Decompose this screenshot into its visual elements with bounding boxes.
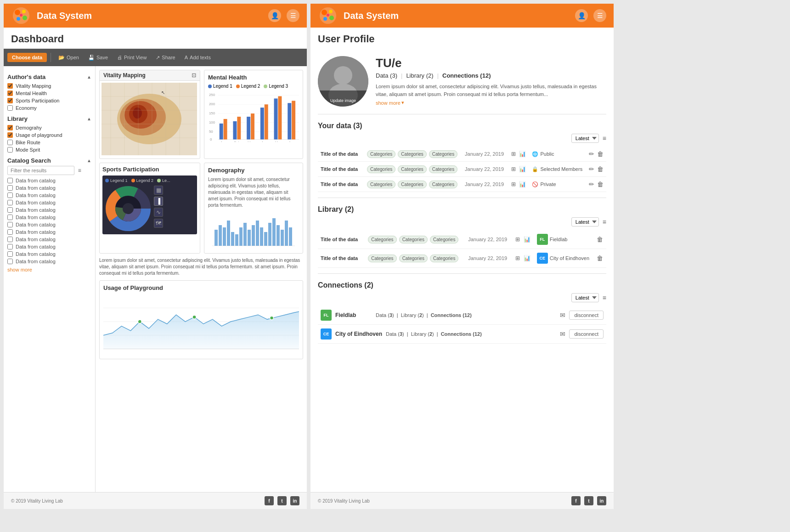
table-icon-1[interactable]: ⊞ (510, 150, 517, 158)
lib-tag-1-3[interactable]: Categories (430, 236, 458, 243)
table-icon-2[interactable]: ⊞ (510, 165, 517, 173)
lib-tag-2-3[interactable]: Categories (430, 255, 458, 262)
edit-icon-1[interactable]: ✏ (589, 150, 594, 158)
sidebar-item-usage-playground[interactable]: Usage of playground (7, 131, 91, 139)
user-icon[interactable]: 👤 (268, 9, 281, 22)
catalog-item-1[interactable]: Data from catalog (7, 177, 91, 184)
choose-data-button[interactable]: Choose data (7, 53, 47, 62)
catalog-item-11[interactable]: Data from catalog (7, 250, 91, 258)
sidebar-item-mental-health[interactable]: Mental Health (7, 90, 91, 97)
usage-playground-checkbox[interactable] (7, 132, 13, 138)
lib-chart-icon-2[interactable]: 📊 (523, 255, 530, 262)
right-menu-icon[interactable]: ☰ (593, 9, 606, 22)
show-more-profile[interactable]: show more ▾ (376, 100, 606, 106)
tag-3-1[interactable]: Categories (367, 181, 395, 188)
catalog-item-2[interactable]: Data from catalog (7, 184, 91, 192)
library-arrow[interactable]: ▲ (87, 116, 91, 121)
catalog-item-6[interactable]: Data from catalog (7, 214, 91, 221)
tag-3-3[interactable]: Categories (429, 181, 457, 188)
sidebar-item-bike-route[interactable]: Bike Route (7, 139, 91, 146)
lib-tag-1-2[interactable]: Categories (399, 236, 428, 243)
disconnect-fl-button[interactable]: disconnect (569, 311, 604, 320)
demograhy-checkbox[interactable] (7, 125, 13, 130)
right-twitter-icon[interactable]: t (584, 496, 593, 505)
line-chart-icon[interactable]: ∿ (154, 208, 163, 217)
library-grid-icon[interactable]: ≡ (603, 218, 606, 226)
conn-ce-mail-icon[interactable]: ✉ (560, 330, 565, 338)
bike-route-checkbox[interactable] (7, 140, 13, 145)
catalog-item-5[interactable]: Data from catalog (7, 206, 91, 214)
catalog-item-10[interactable]: Data from catalog (7, 243, 91, 250)
economy-checkbox[interactable] (7, 105, 13, 111)
tag-1-2[interactable]: Categories (398, 150, 426, 158)
delete-icon-1[interactable]: 🗑 (597, 150, 604, 158)
save-button[interactable]: 💾 Save (85, 53, 112, 62)
catalog-item-4[interactable]: Data from catalog (7, 199, 91, 206)
bar-chart-icon[interactable]: ▦ (154, 186, 163, 195)
vitality-mapping-expand[interactable]: ⊡ (192, 72, 196, 79)
right-linkedin-icon[interactable]: in (597, 496, 606, 505)
sidebar-item-sports-participation[interactable]: Sports Participation (7, 97, 91, 104)
lib-tag-2-2[interactable]: Categories (399, 255, 428, 262)
connections-sort[interactable]: Latest (571, 293, 599, 302)
sports-participation-checkbox[interactable] (7, 98, 13, 103)
sidebar-item-mode-sprit[interactable]: Mode Sprit (7, 146, 91, 153)
chart-icon-3[interactable]: 📊 (519, 181, 526, 188)
catalog-item-7[interactable]: Data from catalog (7, 221, 91, 228)
linkedin-icon[interactable]: in (290, 496, 299, 505)
lib-delete-icon-1[interactable]: 🗑 (597, 236, 603, 243)
chart-icon-1[interactable]: 📊 (519, 150, 526, 158)
tag-1-1[interactable]: Categories (367, 150, 395, 158)
right-facebook-icon[interactable]: f (571, 496, 581, 505)
conn-fl-mail-icon[interactable]: ✉ (560, 311, 565, 319)
catalog-item-9[interactable]: Data from catalog (7, 236, 91, 243)
avatar-container[interactable]: Update image (318, 56, 368, 107)
delete-icon-2[interactable]: 🗑 (597, 165, 604, 173)
disconnect-ce-button[interactable]: disconnect (569, 329, 604, 339)
sidebar-item-economy[interactable]: Economy (7, 104, 91, 112)
open-button[interactable]: 📂 Open (55, 53, 83, 62)
lib-tag-2-1[interactable]: Categories (368, 255, 396, 262)
tag-3-2[interactable]: Categories (398, 181, 426, 188)
your-data-sort[interactable]: Latest (571, 134, 599, 143)
mode-sprit-checkbox[interactable] (7, 147, 13, 153)
lib-table-icon-2[interactable]: ⊞ (514, 255, 521, 262)
sidebar-item-demograhy[interactable]: Demograhy (7, 124, 91, 131)
sidebar-item-vitality-mapping[interactable]: Vitality Mapping (7, 82, 91, 90)
edit-icon-2[interactable]: ✏ (589, 165, 594, 173)
lib-table-icon-1[interactable]: ⊞ (514, 236, 521, 243)
connections-grid-icon[interactable]: ≡ (603, 294, 606, 301)
lib-chart-icon-1[interactable]: 📊 (523, 236, 530, 243)
add-texts-button[interactable]: A Add texts (181, 53, 214, 62)
catalog-search-input[interactable] (7, 166, 74, 175)
table-icon-3[interactable]: ⊞ (510, 181, 517, 188)
delete-icon-3[interactable]: 🗑 (597, 181, 604, 188)
chart-icon-2[interactable]: 📊 (519, 165, 526, 173)
tag-2-1[interactable]: Categories (367, 165, 395, 173)
vitality-mapping-checkbox[interactable] (7, 83, 13, 89)
right-user-icon[interactable]: 👤 (575, 9, 588, 22)
catalog-arrow[interactable]: ▲ (87, 158, 91, 163)
lib-tag-1-1[interactable]: Categories (368, 236, 396, 243)
print-view-button[interactable]: 🖨 Print View (113, 53, 150, 62)
menu-icon[interactable]: ☰ (287, 9, 299, 22)
library-sort[interactable]: Latest (571, 217, 599, 226)
edit-icon-3[interactable]: ✏ (589, 181, 594, 188)
tag-2-2[interactable]: Categories (398, 165, 426, 173)
show-more-catalog[interactable]: show more (7, 267, 91, 272)
catalog-item-3[interactable]: Data from catalog (7, 192, 91, 199)
your-data-grid-icon[interactable]: ≡ (603, 135, 606, 142)
facebook-icon[interactable]: f (265, 496, 274, 505)
map-chart-icon[interactable]: 🗺 (154, 219, 163, 228)
share-button[interactable]: ↗ Share (152, 53, 179, 62)
filter-icon[interactable]: ≡ (78, 167, 81, 174)
catalog-item-8[interactable]: Data from catalog (7, 228, 91, 236)
column-chart-icon[interactable]: ▐ (154, 197, 163, 206)
lib-delete-icon-2[interactable]: 🗑 (597, 255, 603, 262)
twitter-icon[interactable]: t (277, 496, 287, 505)
mental-health-checkbox[interactable] (7, 91, 13, 96)
tag-2-3[interactable]: Categories (429, 165, 457, 173)
tag-1-3[interactable]: Categories (429, 150, 457, 158)
authors-data-arrow[interactable]: ▲ (87, 74, 91, 79)
catalog-item-12[interactable]: Data from catalog (7, 258, 91, 265)
